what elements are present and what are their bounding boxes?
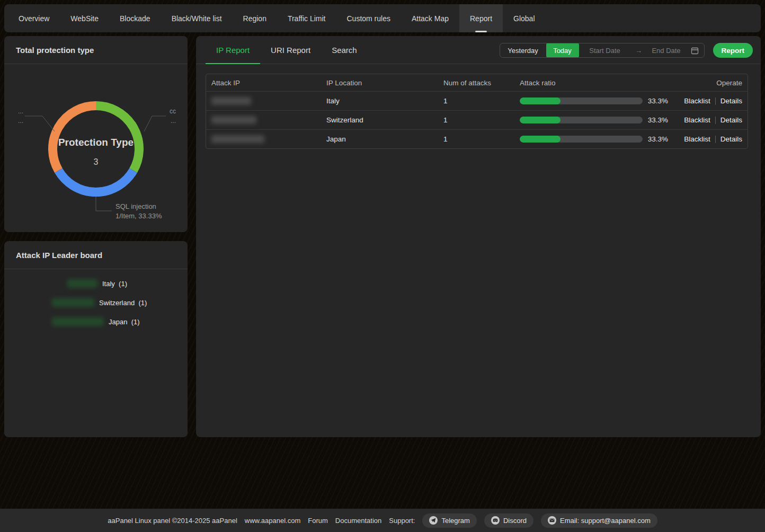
country-label: Italy — [102, 280, 115, 288]
operate-cell: Blacklist Details — [668, 116, 748, 124]
details-link[interactable]: Details — [720, 97, 742, 105]
operate-cell: Blacklist Details — [668, 135, 748, 143]
email-icon — [548, 516, 556, 525]
table-row: Japan 1 33.3% Blacklist Details — [206, 129, 748, 148]
donut-center-title: Protection Type — [58, 137, 134, 148]
ratio-track — [520, 117, 643, 123]
blacklist-link[interactable]: Blacklist — [684, 135, 710, 143]
ratio-label: 33.3% — [648, 135, 668, 143]
end-date-input[interactable]: End Date — [647, 43, 686, 58]
ratio-track — [520, 136, 643, 143]
donut-center-value: 3 — [94, 157, 99, 166]
calendar-icon[interactable] — [686, 47, 704, 55]
pie-label-cc-line2: ... — [171, 117, 176, 125]
leaderboard-label: Italy (1) — [102, 280, 127, 288]
nav-item-region[interactable]: Region — [233, 4, 277, 32]
nav-item-global[interactable]: Global — [503, 4, 545, 32]
date-range-group: Yesterday Today Start Date → End Date — [500, 43, 705, 58]
discord-icon — [491, 516, 500, 525]
header-attack-ip: Attack IP — [206, 79, 321, 87]
num-attacks-cell: 1 — [438, 97, 514, 105]
leaderboard-row-switzerland: Switzerland (1) — [52, 297, 147, 308]
start-date-input[interactable]: Start Date — [579, 43, 631, 58]
redacted-ip-bar — [67, 279, 97, 288]
ratio-fill — [520, 97, 561, 104]
email-label: Email: support@aapanel.com — [560, 517, 651, 525]
footer: aaPanel Linux panel ©2014-2025 aaPanel w… — [0, 509, 765, 532]
date-controls: Yesterday Today Start Date → End Date Re… — [500, 43, 753, 58]
blacklist-link[interactable]: Blacklist — [684, 97, 710, 105]
redacted-ip-bar — [52, 298, 94, 307]
leaderboard-chart: Italy (1) Switzerland (1) Japan (1) — [4, 269, 188, 437]
nav-item-website[interactable]: WebSite — [60, 4, 109, 32]
discord-button[interactable]: Discord — [484, 513, 533, 528]
nav-item-attack-map[interactable]: Attack Map — [401, 4, 459, 32]
details-link[interactable]: Details — [720, 116, 742, 124]
top-nav: Overview WebSite Blockade Black/White li… — [4, 4, 761, 32]
ratio-fill — [520, 117, 561, 123]
header-operate: Operate — [668, 79, 748, 87]
arrow-right-icon: → — [631, 47, 647, 55]
country-label: Japan — [109, 318, 127, 326]
pie-label-cc-line1: cc — [170, 108, 176, 115]
telegram-button[interactable]: Telegram — [422, 513, 476, 528]
panel-title: Total protection type — [4, 36, 188, 64]
tab-search[interactable]: Search — [321, 36, 368, 64]
ip-location-cell: Italy — [321, 97, 438, 105]
count-label: (1) — [138, 299, 147, 307]
leaderboard-label: Switzerland (1) — [99, 299, 147, 307]
telegram-label: Telegram — [441, 517, 469, 525]
link-divider — [715, 117, 716, 124]
footer-website-link[interactable]: www.aapanel.com — [245, 517, 301, 525]
num-attacks-cell: 1 — [438, 135, 514, 143]
attack-ratio-cell: 33.3% — [514, 135, 668, 143]
ip-location-cell: Japan — [321, 135, 438, 143]
details-link[interactable]: Details — [720, 135, 742, 143]
ip-location-cell: Switzerland — [321, 116, 438, 124]
nav-item-traffic-limit[interactable]: Traffic Limit — [277, 4, 336, 32]
attack-ip-cell — [206, 97, 321, 105]
pie-label-sql-line2: 1/Item, 33.33% — [115, 212, 162, 220]
attack-ip-cell — [206, 135, 321, 143]
ratio-fill — [520, 136, 561, 143]
yesterday-button[interactable]: Yesterday — [500, 43, 546, 58]
today-button[interactable]: Today — [546, 43, 579, 58]
nav-item-custom-rules[interactable]: Custom rules — [336, 4, 401, 32]
donut-arcs — [52, 106, 139, 192]
redacted-ip — [211, 135, 264, 143]
nav-item-blockade[interactable]: Blockade — [109, 4, 161, 32]
header-num-attacks: Num of attacks — [438, 79, 514, 87]
pie-label-left-line1: ... — [18, 108, 23, 115]
pie-label-left-line2: ... — [18, 117, 23, 125]
table-header-row: Attack IP IP Location Num of attacks Att… — [206, 74, 748, 91]
blacklist-link[interactable]: Blacklist — [684, 116, 710, 124]
leaderboard-row-italy: Italy (1) — [67, 278, 127, 289]
attack-ratio-cell: 33.3% — [514, 97, 668, 105]
header-ip-location: IP Location — [321, 79, 438, 87]
nav-item-overview[interactable]: Overview — [8, 4, 60, 32]
panel-title: Attack IP Leader board — [4, 241, 188, 269]
discord-label: Discord — [503, 517, 527, 525]
donut-slice-sql-injection — [58, 171, 133, 192]
ratio-label: 33.3% — [648, 116, 668, 124]
operate-cell: Blacklist Details — [668, 97, 748, 105]
nav-item-report[interactable]: Report — [459, 4, 503, 32]
pie-label-sql-line1: SQL injection — [115, 202, 156, 210]
attack-ip-cell — [206, 116, 321, 124]
email-button[interactable]: Email: support@aapanel.com — [541, 513, 657, 528]
count-label: (1) — [119, 280, 127, 288]
country-label: Switzerland — [99, 299, 135, 307]
footer-copyright: aaPanel Linux panel ©2014-2025 aaPanel — [108, 517, 237, 525]
pie-connector-left — [25, 116, 55, 131]
aapanel-waf-report-page: { "nav": { "items": ["Overview", "WebSit… — [0, 0, 765, 532]
tab-ip-report[interactable]: IP Report — [206, 36, 260, 64]
ratio-track — [520, 97, 643, 104]
nav-item-black-white-list[interactable]: Black/White list — [161, 4, 233, 32]
table-row: Switzerland 1 33.3% Blacklist Details — [206, 110, 748, 129]
report-button[interactable]: Report — [713, 43, 753, 58]
footer-documentation-link[interactable]: Documentation — [335, 517, 381, 525]
footer-forum-link[interactable]: Forum — [308, 517, 328, 525]
telegram-icon — [429, 516, 438, 525]
redacted-ip-bar — [52, 317, 104, 326]
tab-uri-report[interactable]: URI Report — [260, 36, 321, 64]
